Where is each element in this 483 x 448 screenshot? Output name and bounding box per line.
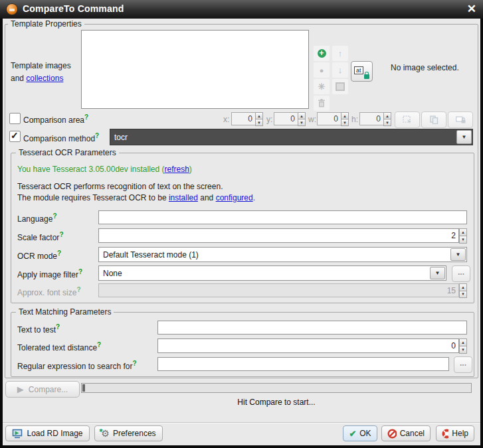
template-image-list[interactable] — [81, 30, 309, 109]
no-image-status: No image selected. — [391, 63, 459, 72]
compare-status-text: Hit Compare to start... — [81, 398, 472, 407]
check-icon: ✔ — [349, 429, 356, 439]
template-properties-title: Template Properties — [8, 19, 84, 29]
compareto-dialog: CompareTo Command ✕ Template Properties … — [0, 0, 483, 448]
distance-input[interactable] — [157, 338, 459, 353]
cancel-button[interactable]: Cancel — [381, 425, 431, 441]
load-rd-image-icon — [12, 429, 23, 439]
arrow-up-icon: ↑ — [338, 48, 343, 58]
text-matching-group-title: Text Matching Parameters — [16, 307, 114, 317]
play-icon: ▶ — [17, 384, 24, 394]
chevron-down-icon[interactable]: ▼ — [456, 130, 472, 144]
regex-input[interactable] — [157, 357, 449, 371]
h-input — [359, 112, 384, 125]
help-icon: ? — [52, 212, 56, 220]
collections-link[interactable]: collections — [26, 74, 63, 83]
delete-image-button — [314, 96, 330, 111]
plus-icon: + — [318, 49, 326, 58]
spinner-down-icon[interactable]: ▼ — [459, 346, 467, 354]
scale-factor-spinner[interactable]: ▲▼ — [459, 228, 467, 243]
new-template-button: ✳ — [314, 79, 330, 94]
x-input — [231, 112, 256, 125]
trash-icon — [318, 99, 326, 108]
at-icon: at — [354, 66, 363, 74]
title-bar[interactable]: CompareTo Command ✕ — [0, 0, 483, 19]
help-icon: ? — [76, 286, 80, 293]
h-spinner: ▲▼ — [383, 112, 391, 125]
comparison-method-value: tocr — [114, 133, 128, 142]
help-icon: ? — [132, 360, 136, 367]
comparison-area-label: Comparison area? — [23, 113, 88, 125]
y-label: y: — [266, 115, 272, 124]
preferences-button[interactable]: ⚙✱ Preferences — [94, 425, 163, 441]
help-button[interactable]: Help — [436, 425, 474, 441]
spinner-down-icon[interactable]: ▼ — [459, 236, 467, 244]
text-lock-icon — [456, 115, 466, 124]
regex-more-button[interactable]: ... — [454, 356, 472, 373]
ok-button[interactable]: ✔ OK — [343, 425, 377, 441]
image-filter-combobox[interactable]: None ▼ — [98, 265, 446, 281]
ocr-lock-button[interactable]: at — [351, 61, 373, 82]
move-down-button: ↓ — [332, 62, 348, 78]
y-spinner: ▲▼ — [298, 112, 306, 125]
comparison-area-checkbox[interactable] — [9, 113, 21, 124]
gear-icon: ⚙✱ — [101, 429, 110, 438]
ocr-mode-label: OCR mode? — [17, 250, 61, 261]
chevron-down-icon[interactable]: ▼ — [430, 267, 445, 279]
text-to-test-input[interactable] — [157, 321, 467, 335]
help-icon: ? — [56, 323, 60, 331]
comparison-method-combobox[interactable]: tocr ▼ — [110, 129, 473, 145]
spinner-down-icon: ▼ — [341, 119, 349, 126]
y-input — [274, 112, 298, 125]
w-spinner: ▲▼ — [341, 112, 349, 125]
area-ocr-button — [448, 112, 473, 128]
chevron-down-icon[interactable]: ▼ — [450, 248, 466, 261]
progress-bar — [81, 383, 472, 393]
image-filter-value: None — [103, 269, 122, 278]
dot-icon: ● — [320, 66, 324, 74]
language-label: Language? — [17, 212, 57, 224]
scale-factor-label: Scale factor? — [17, 231, 63, 242]
help-icon: ? — [84, 113, 88, 121]
font-size-spinner: ▲▼ — [459, 283, 467, 297]
font-size-input — [98, 283, 459, 297]
configured-link[interactable]: configured — [216, 193, 253, 202]
square-icon — [336, 82, 345, 91]
footer-separator — [3, 422, 480, 423]
w-label: w: — [308, 115, 316, 124]
x-spinner: ▲▼ — [255, 112, 263, 125]
copy-area-button — [421, 112, 446, 128]
tesseract-description-line2: The module requires Tesseract OCR to be … — [17, 193, 255, 202]
close-icon[interactable]: ✕ — [467, 2, 476, 17]
image-filter-more-button[interactable]: ... — [452, 265, 470, 282]
lifebuoy-icon — [442, 429, 448, 439]
load-rd-image-button[interactable]: Load RD Image — [5, 425, 90, 441]
ocr-mode-combobox[interactable]: Default Tesseract mode (1) ▼ — [98, 247, 467, 262]
copy-icon — [430, 115, 438, 124]
image-filter-label: Apply image filter? — [17, 268, 82, 279]
text-to-test-label: Text to test? — [17, 323, 60, 335]
select-region-icon — [403, 115, 412, 124]
language-input[interactable] — [98, 210, 467, 224]
progress-segment — [82, 384, 85, 392]
cancel-icon — [387, 429, 397, 439]
spinner-down-icon: ▼ — [459, 291, 467, 299]
select-area-button — [395, 112, 420, 128]
help-icon: ? — [95, 132, 99, 139]
scale-factor-input[interactable] — [98, 228, 459, 243]
distance-label: Tolerated text distance? — [17, 341, 101, 352]
add-image-button[interactable]: + — [314, 46, 330, 61]
tesseract-group-title: Tesseract OCR Parameters — [16, 148, 119, 157]
help-icon: ? — [78, 268, 82, 275]
refresh-link[interactable]: refresh — [164, 165, 189, 174]
installed-link[interactable]: installed — [169, 193, 198, 202]
help-icon: ? — [97, 341, 101, 348]
app-icon — [7, 4, 17, 15]
regex-label: Regular expression to search for? — [17, 360, 137, 371]
comparison-method-label: Comparison method? — [23, 132, 99, 143]
compare-button: ▶ Compare... — [5, 381, 80, 398]
w-input — [317, 112, 341, 125]
distance-spinner[interactable]: ▲▼ — [459, 338, 467, 353]
comparison-method-checkbox[interactable] — [9, 131, 21, 142]
arrow-down-icon: ↓ — [338, 65, 343, 75]
